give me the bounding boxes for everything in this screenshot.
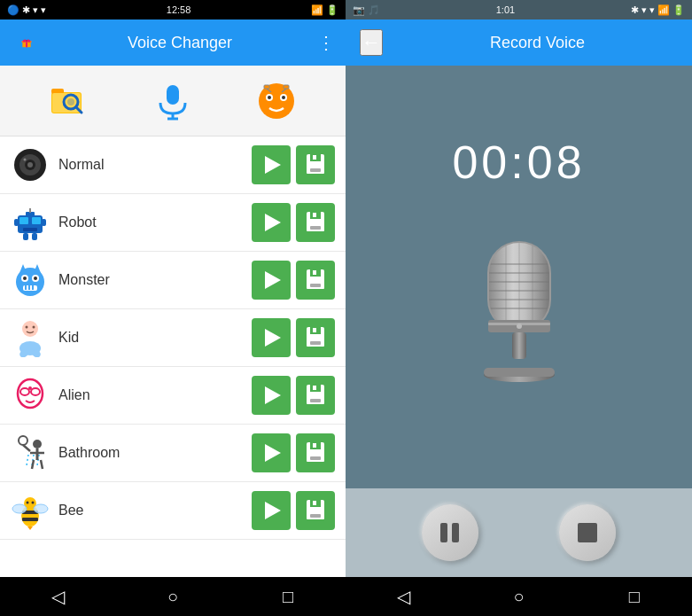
back-nav-button-right[interactable]: ◁	[377, 581, 430, 612]
record-voice-title: Record Voice	[397, 34, 678, 52]
svg-point-131	[517, 324, 522, 329]
svg-rect-43	[23, 233, 28, 240]
pause-icon	[440, 523, 459, 542]
svg-rect-34	[313, 155, 316, 160]
mic-record-button[interactable]	[150, 78, 196, 124]
svg-rect-76	[313, 328, 316, 332]
bee-save-button[interactable]	[296, 491, 335, 530]
folder-search-button[interactable]	[46, 78, 92, 124]
mic-svg	[462, 233, 577, 410]
play-arrow-icon	[265, 502, 281, 519]
play-arrow-icon	[265, 214, 281, 231]
list-item: Normal	[0, 136, 346, 194]
back-nav-button[interactable]: ◁	[31, 581, 84, 612]
kid-label: Kid	[58, 330, 252, 346]
timer-display: 00:08	[452, 136, 585, 189]
recent-nav-button[interactable]: □	[261, 581, 315, 612]
svg-rect-64	[310, 284, 321, 287]
kid-save-button[interactable]	[296, 318, 335, 357]
status-right-time: 1:01	[496, 4, 515, 15]
svg-rect-42	[42, 219, 46, 226]
nav-bar-right: ◁ ○ □	[346, 577, 692, 616]
kid-play-button[interactable]	[252, 318, 291, 357]
bee-icon	[11, 491, 50, 530]
svg-rect-58	[25, 285, 27, 290]
play-arrow-icon	[265, 444, 281, 462]
alien-save-button[interactable]	[296, 376, 335, 415]
svg-rect-48	[310, 226, 321, 230]
bathroom-label: Bathroom	[58, 445, 252, 461]
monster-label: Monster	[58, 272, 252, 288]
nav-bar-left: ◁ ○ □	[0, 577, 346, 616]
svg-point-56	[34, 277, 37, 280]
list-item: Bee	[0, 482, 346, 540]
svg-rect-75	[310, 341, 321, 345]
svg-point-91	[33, 440, 42, 448]
svg-rect-37	[32, 217, 41, 224]
normal-icon	[11, 145, 50, 184]
svg-rect-36	[19, 217, 28, 224]
svg-rect-128	[512, 332, 526, 359]
bathroom-play-button[interactable]	[252, 433, 291, 472]
menu-icon[interactable]: ⋮	[317, 32, 335, 53]
svg-line-95	[41, 460, 43, 469]
svg-point-107	[27, 502, 29, 504]
save-icon	[303, 441, 328, 465]
status-left-time: 12:58	[167, 4, 191, 15]
robot-save-button[interactable]	[296, 203, 335, 242]
svg-point-19	[268, 96, 271, 99]
bathroom-save-button[interactable]	[296, 433, 335, 472]
svg-point-80	[28, 386, 32, 390]
svg-rect-44	[32, 233, 37, 240]
record-body: 00:08	[346, 66, 692, 488]
microphone-graphic	[448, 224, 590, 419]
recent-nav-button-right[interactable]: □	[608, 581, 661, 612]
svg-rect-60	[32, 285, 34, 290]
svg-point-86	[19, 436, 27, 445]
save-icon	[303, 325, 328, 350]
monster-play-button[interactable]	[252, 261, 291, 300]
list-item: Alien	[0, 367, 346, 425]
pause-button[interactable]	[422, 504, 478, 561]
svg-rect-84	[310, 399, 321, 402]
normal-play-button[interactable]	[252, 145, 291, 184]
home-nav-button[interactable]: ○	[146, 581, 199, 612]
play-arrow-icon	[265, 386, 281, 404]
playback-controls	[346, 488, 692, 577]
record-voice-toolbar: ← Record Voice	[346, 19, 692, 66]
pause-bar-left	[440, 523, 447, 542]
svg-point-78	[20, 388, 29, 395]
effects-button[interactable]	[253, 78, 299, 124]
stop-button[interactable]	[559, 504, 616, 561]
svg-point-20	[282, 96, 285, 99]
status-right-left-icons: 📷 🎵	[353, 4, 380, 16]
svg-rect-49	[313, 213, 316, 217]
svg-rect-65	[313, 270, 316, 275]
back-button[interactable]: ←	[360, 29, 383, 56]
bathroom-icon	[11, 433, 50, 472]
status-left-icons: 🔵 ✱ ▾ ▾	[7, 4, 46, 16]
alien-play-button[interactable]	[252, 376, 291, 415]
save-icon	[303, 498, 328, 523]
normal-save-button[interactable]	[296, 145, 335, 184]
monster-save-button[interactable]	[296, 261, 335, 300]
play-arrow-icon	[265, 329, 281, 347]
status-bar-right: 📷 🎵 1:01 ✱ ▾ ▾ 📶 🔋	[346, 0, 692, 19]
bee-play-button[interactable]	[252, 491, 291, 530]
svg-point-105	[12, 504, 27, 513]
svg-point-106	[34, 504, 48, 513]
svg-rect-33	[310, 168, 321, 172]
svg-line-88	[27, 455, 28, 465]
svg-rect-85	[313, 386, 316, 390]
play-arrow-icon	[265, 271, 281, 289]
svg-point-66	[22, 321, 38, 337]
robot-icon	[11, 203, 50, 242]
normal-label: Normal	[58, 157, 252, 173]
svg-rect-130	[484, 368, 555, 377]
svg-rect-59	[28, 285, 30, 290]
status-left-right-icons: 📶 🔋	[311, 4, 338, 16]
app-icon	[11, 27, 43, 58]
status-right-right-icons: ✱ ▾ ▾ 📶 🔋	[631, 4, 685, 16]
home-nav-button-right[interactable]: ○	[492, 581, 545, 612]
robot-play-button[interactable]	[252, 203, 291, 242]
